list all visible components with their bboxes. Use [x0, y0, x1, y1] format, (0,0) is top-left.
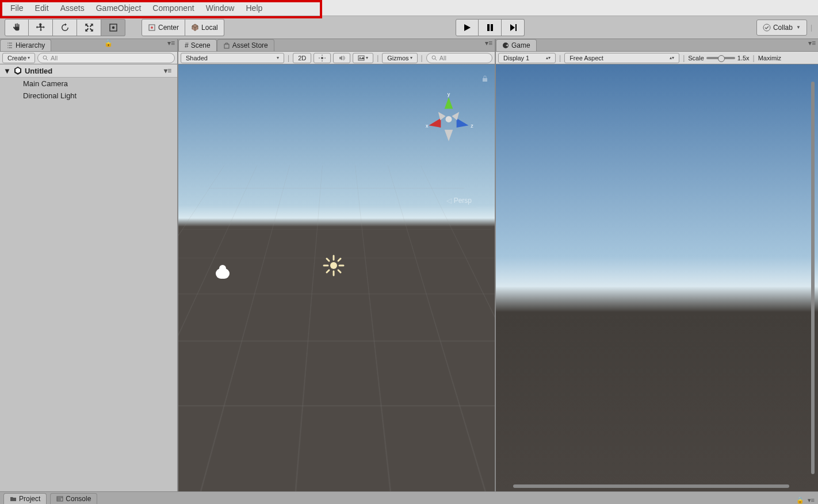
playback-controls — [456, 19, 525, 36]
pacman-icon — [502, 42, 509, 49]
menu-assets[interactable]: Assets — [55, 1, 90, 15]
create-button[interactable]: Create ▾ — [2, 53, 35, 63]
search-icon — [43, 55, 48, 61]
hierarchy-lock-icon[interactable]: 🔒 — [102, 39, 115, 51]
play-button[interactable] — [456, 19, 479, 36]
lock-icon — [481, 75, 489, 83]
pause-button[interactable] — [479, 19, 502, 36]
scale-label: Scale — [688, 55, 704, 61]
svg-line-9 — [46, 59, 48, 60]
camera-gizmo-icon[interactable] — [216, 268, 230, 279]
scene-row[interactable]: ▼ Untitled ▾≡ — [0, 64, 177, 78]
step-button[interactable] — [502, 19, 525, 36]
menu-component[interactable]: Component — [147, 1, 200, 15]
collab-label: Collab — [773, 24, 793, 32]
bottom-options-button[interactable]: ▾≡ — [808, 497, 815, 504]
svg-marker-26 — [457, 118, 469, 128]
svg-text:x: x — [426, 123, 429, 129]
pivot-center-button[interactable]: Center — [142, 19, 185, 36]
menu-window[interactable]: Window — [200, 1, 240, 15]
bottom-panel: Project Console 🔒 ▾≡ — [0, 491, 818, 504]
svg-point-30 — [446, 116, 452, 122]
move-icon — [36, 22, 46, 33]
hierarchy-item-main-camera[interactable]: Main Camera — [0, 78, 177, 90]
scene-options-button[interactable]: ▾≡ — [483, 39, 495, 51]
step-icon — [509, 23, 518, 32]
menu-file[interactable]: File — [5, 1, 29, 15]
audio-icon — [338, 55, 345, 61]
shading-dropdown[interactable]: Shaded ▾ — [181, 53, 284, 63]
svg-point-11 — [321, 57, 323, 59]
menu-edit[interactable]: Edit — [29, 1, 55, 15]
hierarchy-item-directional-light[interactable]: Directional Light — [0, 90, 177, 102]
tab-hierarchy[interactable]: Hierarchy — [0, 39, 51, 51]
rect-tool-button[interactable] — [101, 19, 125, 36]
gizmos-dropdown[interactable]: Gizmos ▾ — [382, 53, 417, 63]
game-viewport[interactable] — [496, 64, 818, 491]
svg-line-38 — [338, 259, 341, 261]
scene-panel: # Scene Asset Store ▾≡ Shaded ▾ | 2D — [178, 39, 496, 491]
game-options-button[interactable]: ▾≡ — [806, 39, 818, 51]
scale-tool-button[interactable] — [77, 19, 101, 36]
tab-asset-store[interactable]: Asset Store — [217, 39, 274, 51]
svg-rect-20 — [483, 78, 487, 82]
scale-slider[interactable] — [706, 57, 735, 59]
menu-gameobject[interactable]: GameObject — [90, 1, 147, 15]
effects-dropdown[interactable]: ▾ — [353, 53, 373, 63]
folder-icon — [10, 495, 17, 502]
menu-help[interactable]: Help — [240, 1, 268, 15]
chevron-down-icon: ▾ — [410, 55, 412, 60]
orientation-gizmo[interactable]: y x z — [420, 93, 477, 151]
svg-rect-10 — [224, 44, 229, 48]
pivot-tools: Center Local — [142, 19, 224, 36]
scale-icon — [84, 22, 94, 33]
pivot-local-button[interactable]: Local — [185, 19, 224, 36]
lighting-toggle[interactable] — [314, 53, 331, 63]
vertical-scrollbar[interactable] — [811, 82, 815, 474]
scale-value: 1.5x — [737, 55, 750, 61]
tab-console[interactable]: Console — [50, 493, 97, 504]
collab-button[interactable]: Collab ▼ — [756, 20, 807, 36]
maximize-label[interactable]: Maximiz — [758, 55, 781, 61]
svg-point-31 — [330, 262, 337, 269]
display-dropdown[interactable]: Display 1 ▴▾ — [498, 53, 556, 63]
svg-marker-28 — [438, 112, 446, 121]
ground-grid — [178, 166, 495, 491]
horizontal-scrollbar[interactable] — [513, 484, 789, 488]
game-panel: Game ▾≡ Display 1 ▴▾ | Free Aspect ▴▾ | … — [496, 39, 818, 491]
check-icon — [763, 24, 771, 32]
hierarchy-search-input[interactable]: All — [37, 53, 175, 63]
aspect-dropdown[interactable]: Free Aspect ▴▾ — [564, 53, 679, 63]
scene-search-input[interactable]: All — [426, 53, 492, 63]
hierarchy-options-button[interactable]: ▾≡ — [165, 39, 177, 51]
picture-icon — [358, 55, 365, 61]
scene-viewport[interactable]: y x z ◁ Persp — [178, 64, 495, 491]
svg-marker-23 — [445, 130, 453, 141]
2d-toggle[interactable]: 2D — [293, 53, 311, 63]
updown-icon: ▴▾ — [546, 55, 551, 60]
svg-marker-24 — [429, 118, 441, 128]
rotate-tool-button[interactable] — [53, 19, 77, 36]
svg-point-1 — [112, 26, 114, 29]
cube-icon — [191, 24, 199, 32]
svg-rect-6 — [515, 24, 517, 31]
chevron-down-icon: ▾ — [277, 55, 279, 60]
chevron-down-icon: ▾ — [28, 55, 30, 60]
projection-label[interactable]: ◁ Persp — [446, 197, 472, 205]
disclosure-triangle-icon: ▼ — [3, 67, 11, 75]
main-toolbar: Center Local Collab ▼ | — [0, 16, 818, 39]
hand-tool-button[interactable] — [5, 19, 29, 36]
scene-options-button[interactable]: ▾≡ — [162, 67, 174, 75]
svg-line-19 — [435, 59, 437, 60]
tab-project[interactable]: Project — [3, 493, 47, 504]
scene-name: Untitled — [25, 67, 52, 75]
directional-light-gizmo-icon[interactable] — [322, 254, 345, 277]
move-tool-button[interactable] — [29, 19, 53, 36]
svg-line-39 — [327, 270, 329, 272]
audio-toggle[interactable] — [333, 53, 350, 63]
tab-scene[interactable]: # Scene — [178, 39, 217, 51]
unity-logo-icon — [13, 66, 22, 75]
rect-icon — [108, 22, 119, 33]
tab-game[interactable]: Game — [496, 39, 537, 51]
bottom-lock-icon[interactable]: 🔒 — [796, 497, 804, 504]
